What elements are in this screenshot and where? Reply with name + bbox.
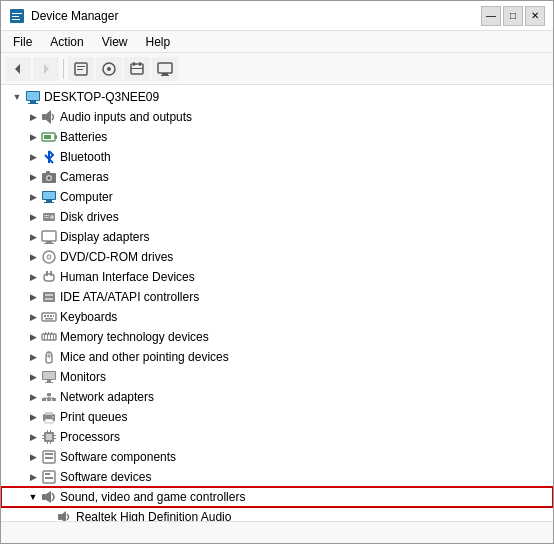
- tree-item-software-devices[interactable]: ▶ Software devices: [1, 467, 553, 487]
- maximize-button[interactable]: □: [503, 6, 523, 26]
- svg-rect-91: [50, 442, 51, 444]
- svg-rect-88: [47, 430, 48, 432]
- svg-rect-80: [45, 419, 53, 423]
- monitors-icon: [41, 369, 57, 385]
- window-title: Device Manager: [31, 9, 475, 23]
- svg-marker-23: [46, 110, 51, 124]
- toolbar: [1, 53, 553, 85]
- svg-rect-52: [44, 315, 46, 317]
- svg-rect-37: [44, 215, 49, 216]
- expand-processors[interactable]: ▶: [25, 429, 41, 445]
- tree-item-cameras[interactable]: ▶ Cameras: [1, 167, 553, 187]
- window-icon: [9, 8, 25, 24]
- close-button[interactable]: ✕: [525, 6, 545, 26]
- tree-root[interactable]: ▼ DESKTOP-Q3NEE09: [1, 87, 553, 107]
- svg-rect-48: [43, 292, 55, 302]
- menu-bar: File Action View Help: [1, 31, 553, 53]
- menu-action[interactable]: Action: [42, 33, 91, 51]
- menu-help[interactable]: Help: [138, 33, 179, 51]
- sound-icon: [41, 489, 57, 505]
- expand-audio[interactable]: ▶: [25, 109, 41, 125]
- svg-rect-70: [45, 382, 53, 383]
- expand-root[interactable]: ▼: [9, 89, 25, 105]
- menu-file[interactable]: File: [5, 33, 40, 51]
- tree-item-dvd[interactable]: ▶ DVD/CD-ROM drives: [1, 247, 553, 267]
- dvd-label: DVD/CD-ROM drives: [60, 250, 173, 264]
- svg-rect-40: [46, 241, 52, 243]
- software-devices-icon: [41, 469, 57, 485]
- svg-rect-21: [28, 103, 38, 104]
- network-label: Network adapters: [60, 390, 154, 404]
- expand-network[interactable]: ▶: [25, 389, 41, 405]
- scan-button[interactable]: [124, 57, 150, 81]
- tree-item-computer[interactable]: ▶ Computer: [1, 187, 553, 207]
- tree-item-mice[interactable]: ▶ Mice and other pointing devices: [1, 347, 553, 367]
- forward-button[interactable]: [33, 57, 59, 81]
- back-button[interactable]: [5, 57, 31, 81]
- expand-computer[interactable]: ▶: [25, 189, 41, 205]
- expand-mice[interactable]: ▶: [25, 349, 41, 365]
- tree-item-hid[interactable]: ▶ Human Interface Devices: [1, 267, 553, 287]
- tree-item-batteries[interactable]: ▶ Batteries: [1, 127, 553, 147]
- batteries-label: Batteries: [60, 130, 107, 144]
- tree-item-memory[interactable]: ▶ Memory technology devices: [1, 327, 553, 347]
- svg-rect-15: [158, 63, 172, 73]
- update-driver-button[interactable]: [96, 57, 122, 81]
- tree-item-monitors[interactable]: ▶ Monitors: [1, 367, 553, 387]
- expand-memory[interactable]: ▶: [25, 329, 41, 345]
- device-tree: ▼ DESKTOP-Q3NEE09 ▶ Audio: [1, 85, 553, 521]
- tree-item-sound[interactable]: ▼ Sound, video and game controllers: [1, 487, 553, 507]
- svg-rect-1: [12, 13, 22, 14]
- expand-bluetooth[interactable]: ▶: [25, 149, 41, 165]
- tree-item-bluetooth[interactable]: ▶ Bluetooth: [1, 147, 553, 167]
- svg-rect-26: [44, 135, 51, 139]
- tree-item-audio[interactable]: ▶ Audio inputs and outputs: [1, 107, 553, 127]
- expand-software-devices[interactable]: ▶: [25, 469, 41, 485]
- svg-rect-17: [161, 75, 169, 76]
- tree-item-print[interactable]: ▶ Print queues: [1, 407, 553, 427]
- expand-cameras[interactable]: ▶: [25, 169, 41, 185]
- expand-sound[interactable]: ▼: [25, 489, 41, 505]
- tree-item-keyboards[interactable]: ▶ Keyboards: [1, 307, 553, 327]
- processors-label: Processors: [60, 430, 120, 444]
- expand-disk[interactable]: ▶: [25, 209, 41, 225]
- svg-rect-45: [44, 274, 54, 281]
- menu-view[interactable]: View: [94, 33, 136, 51]
- svg-marker-99: [46, 491, 51, 503]
- svg-rect-87: [54, 438, 56, 439]
- expand-software-components[interactable]: ▶: [25, 449, 41, 465]
- properties-button[interactable]: [68, 57, 94, 81]
- display-button[interactable]: [152, 57, 178, 81]
- expand-display[interactable]: ▶: [25, 229, 41, 245]
- svg-rect-86: [54, 435, 56, 436]
- svg-rect-93: [45, 453, 53, 455]
- svg-rect-79: [45, 412, 53, 415]
- tree-item-display[interactable]: ▶ Display adapters: [1, 227, 553, 247]
- expand-batteries[interactable]: ▶: [25, 129, 41, 145]
- tree-item-disk[interactable]: ▶ Disk drives: [1, 207, 553, 227]
- svg-rect-50: [45, 298, 53, 300]
- tree-item-network[interactable]: ▶ Network adapters: [1, 387, 553, 407]
- device-manager-window: Device Manager — □ ✕ File Action View He…: [0, 0, 554, 544]
- tree-item-software-components[interactable]: ▶ Software components: [1, 447, 553, 467]
- svg-rect-34: [44, 202, 54, 203]
- expand-print[interactable]: ▶: [25, 409, 41, 425]
- svg-rect-38: [44, 217, 49, 218]
- tree-item-ide[interactable]: ▶ IDE ATA/ATAPI controllers: [1, 287, 553, 307]
- svg-rect-62: [45, 332, 46, 335]
- expand-ide[interactable]: ▶: [25, 289, 41, 305]
- expand-keyboards[interactable]: ▶: [25, 309, 41, 325]
- tree-item-processors[interactable]: ▶ Processors: [1, 427, 553, 447]
- expand-hid[interactable]: ▶: [25, 269, 41, 285]
- minimize-button[interactable]: —: [481, 6, 501, 26]
- audio-icon: [41, 109, 57, 125]
- cameras-label: Cameras: [60, 170, 109, 184]
- svg-rect-46: [46, 271, 48, 276]
- svg-rect-54: [50, 315, 52, 317]
- svg-rect-39: [42, 231, 56, 241]
- tree-item-realtek[interactable]: ▶ Realtek High Definition Audio: [1, 507, 553, 521]
- expand-monitors[interactable]: ▶: [25, 369, 41, 385]
- expand-dvd[interactable]: ▶: [25, 249, 41, 265]
- software-components-icon: [41, 449, 57, 465]
- disk-icon: [41, 209, 57, 225]
